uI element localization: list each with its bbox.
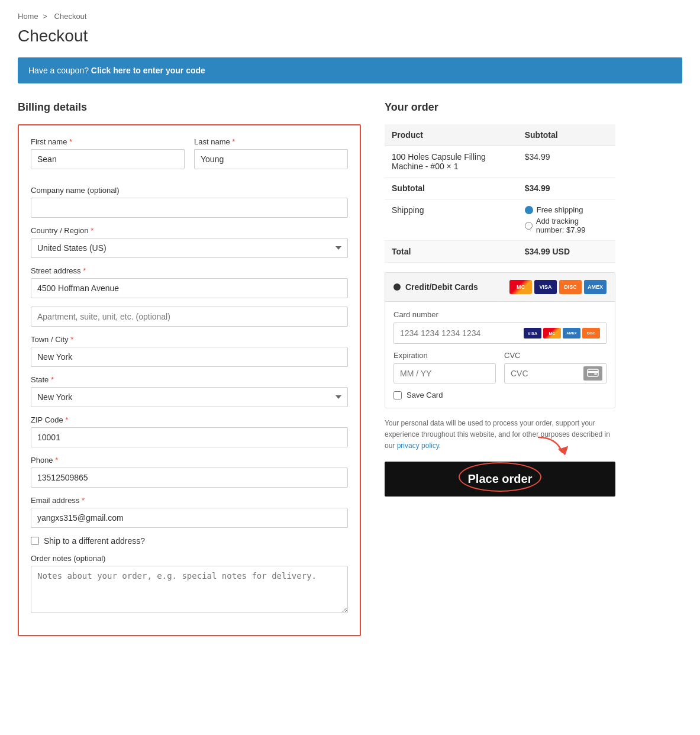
breadcrumb-separator: > (43, 12, 47, 21)
email-group: Email address * (31, 496, 348, 528)
first-name-group: First name * (31, 137, 185, 169)
product-col-header: Product (385, 124, 518, 146)
save-card-row: Save Card (393, 391, 607, 399)
mini-amex-icon: AMEX (563, 328, 580, 339)
subtotal-label: Subtotal (385, 178, 518, 199)
order-item-price: $34.99 (518, 146, 615, 178)
subtotal-value: $34.99 (518, 178, 615, 199)
free-shipping-radio[interactable] (525, 206, 533, 214)
city-input[interactable] (31, 347, 348, 367)
order-notes-label: Order notes (optional) (31, 554, 348, 563)
email-input[interactable] (31, 508, 348, 528)
cvc-icon (583, 366, 602, 381)
billing-title: Billing details (18, 101, 361, 114)
order-item-name: 100 Holes Capsule Filling Machine - #00 … (385, 146, 518, 178)
apt-input[interactable] (31, 307, 348, 327)
card-number-input[interactable] (400, 328, 524, 338)
cvc-group: CVC (504, 351, 607, 383)
company-group: Company name (optional) (31, 186, 348, 218)
page-title: Checkout (18, 27, 682, 46)
save-card-checkbox[interactable] (393, 391, 402, 399)
apt-group (31, 307, 348, 327)
expiry-cvc-row: Expiration CVC (393, 351, 607, 383)
mini-visa-icon: VISA (524, 328, 541, 339)
payment-box: Credit/Debit Cards MC VISA DISC AMEX Car… (385, 272, 615, 408)
order-notes-textarea[interactable] (31, 566, 348, 613)
country-select[interactable]: United States (US) Canada United Kingdom (31, 238, 348, 258)
state-select[interactable]: New York California Texas Florida (31, 387, 348, 407)
company-input[interactable] (31, 198, 348, 218)
privacy-text: Your personal data will be used to proce… (385, 418, 615, 452)
zip-input[interactable] (31, 427, 348, 447)
payment-header: Credit/Debit Cards MC VISA DISC AMEX (385, 273, 615, 302)
street-label: Street address * (31, 266, 348, 275)
free-shipping-label: Free shipping (537, 205, 583, 214)
shipping-option-tracking: Add tracking number: $7.99 (525, 217, 608, 234)
company-label: Company name (optional) (31, 186, 348, 195)
payment-method-label-row: Credit/Debit Cards (393, 282, 478, 292)
expiry-input[interactable] (393, 363, 496, 383)
card-icons: MC VISA DISC AMEX (509, 280, 607, 294)
country-group: Country / Region * United States (US) Ca… (31, 226, 348, 258)
order-title: Your order (385, 101, 615, 114)
zip-group: ZIP Code * (31, 415, 348, 447)
breadcrumb: Home > Checkout (18, 12, 682, 21)
save-card-label: Save Card (407, 391, 443, 399)
cvc-input[interactable] (505, 364, 583, 383)
cvc-wrapper (504, 363, 607, 383)
last-name-input[interactable] (194, 149, 348, 169)
billing-form: First name * Last name * Company name (o… (18, 124, 361, 636)
mini-card-icons: VISA MC AMEX DISC (524, 328, 600, 339)
country-label: Country / Region * (31, 226, 348, 235)
order-section: Your order Product Subtotal 100 Holes Ca… (385, 101, 615, 497)
coupon-text: Have a coupon? (28, 66, 89, 75)
city-label: Town / City * (31, 335, 348, 344)
first-name-input[interactable] (31, 149, 185, 169)
arrow-indicator (533, 434, 568, 466)
payment-radio-dot[interactable] (393, 283, 401, 291)
coupon-link[interactable]: Click here to enter your code (91, 66, 205, 75)
last-name-group: Last name * (194, 137, 348, 169)
place-order-wrapper: Place order (385, 452, 615, 497)
state-label: State * (31, 375, 348, 384)
ship-different-checkbox[interactable] (31, 537, 39, 545)
ship-different-row: Ship to a different address? (31, 536, 348, 546)
phone-label: Phone * (31, 456, 348, 465)
breadcrumb-current: Checkout (54, 12, 87, 21)
shipping-option-free: Free shipping (525, 205, 608, 214)
place-order-button[interactable]: Place order (385, 462, 615, 497)
subtotal-col-header: Subtotal (518, 124, 615, 146)
order-item-row: 100 Holes Capsule Filling Machine - #00 … (385, 146, 615, 178)
street-input[interactable] (31, 278, 348, 298)
payment-body: Card number VISA MC AMEX DISC Expiration (385, 302, 615, 408)
order-table: Product Subtotal 100 Holes Capsule Filli… (385, 124, 615, 263)
phone-input[interactable] (31, 468, 348, 488)
total-value: $34.99 USD (518, 241, 615, 263)
cvc-label: CVC (504, 351, 607, 360)
discover-icon: DISC (559, 280, 582, 294)
expiry-label: Expiration (393, 351, 496, 360)
coupon-banner[interactable]: Have a coupon? Click here to enter your … (18, 57, 682, 83)
first-name-label: First name * (31, 137, 185, 146)
state-group: State * New York California Texas Florid… (31, 375, 348, 407)
payment-method-label: Credit/Debit Cards (405, 282, 478, 292)
zip-label: ZIP Code * (31, 415, 348, 424)
shipping-row: Shipping Free shipping Add tracking numb… (385, 199, 615, 241)
expiry-group: Expiration (393, 351, 496, 383)
amex-icon: AMEX (584, 280, 607, 294)
tracking-shipping-radio[interactable] (525, 222, 533, 230)
email-label: Email address * (31, 496, 348, 505)
svg-rect-1 (588, 371, 598, 373)
order-notes-group: Order notes (optional) (31, 554, 348, 615)
privacy-policy-link[interactable]: privacy policy (397, 441, 439, 450)
shipping-label: Shipping (385, 199, 518, 241)
breadcrumb-home[interactable]: Home (18, 12, 38, 21)
card-number-row: VISA MC AMEX DISC (393, 323, 607, 344)
ship-different-label: Ship to a different address? (44, 536, 145, 546)
mini-mc-icon: MC (543, 328, 561, 339)
city-group: Town / City * (31, 335, 348, 367)
name-row: First name * Last name * (31, 137, 348, 178)
last-name-label: Last name * (194, 137, 348, 146)
shipping-options: Free shipping Add tracking number: $7.99 (518, 199, 615, 241)
subtotal-row: Subtotal $34.99 (385, 178, 615, 199)
